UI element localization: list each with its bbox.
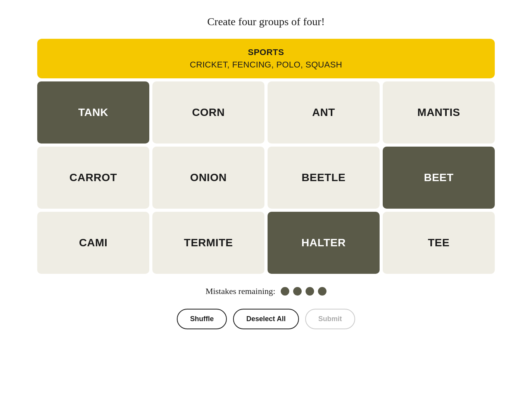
tile-beet[interactable]: BEET bbox=[383, 147, 495, 209]
tile-beetle[interactable]: BEETLE bbox=[268, 147, 380, 209]
tile-tank[interactable]: TANK bbox=[37, 81, 149, 144]
submit-button[interactable]: Submit bbox=[305, 309, 355, 329]
mistake-dot bbox=[281, 287, 289, 296]
tile-onion[interactable]: ONION bbox=[152, 147, 264, 209]
tile-cami[interactable]: CAMI bbox=[37, 212, 149, 274]
grid-wrapper: SPORTSCRICKET, FENCING, POLO, SQUASH TAN… bbox=[37, 39, 495, 274]
buttons-row: Shuffle Deselect All Submit bbox=[177, 309, 355, 329]
solved-rows: SPORTSCRICKET, FENCING, POLO, SQUASH bbox=[37, 39, 495, 78]
shuffle-button[interactable]: Shuffle bbox=[177, 309, 227, 329]
mistakes-dots bbox=[281, 287, 326, 296]
solved-category-name: SPORTS bbox=[45, 47, 487, 57]
tile-halter[interactable]: HALTER bbox=[268, 212, 380, 274]
tile-tee[interactable]: TEE bbox=[383, 212, 495, 274]
mistake-dot bbox=[293, 287, 302, 296]
solved-row: SPORTSCRICKET, FENCING, POLO, SQUASH bbox=[37, 39, 495, 78]
solved-category-items: CRICKET, FENCING, POLO, SQUASH bbox=[45, 60, 487, 70]
mistakes-label: Mistakes remaining: bbox=[206, 286, 275, 296]
tile-corn[interactable]: CORN bbox=[152, 81, 264, 144]
deselect-all-button[interactable]: Deselect All bbox=[233, 309, 299, 329]
tile-mantis[interactable]: MANTIS bbox=[383, 81, 495, 144]
tiles-grid: TANKCORNANTMANTISCARROTONIONBEETLEBEETCA… bbox=[37, 81, 495, 274]
mistake-dot bbox=[306, 287, 314, 296]
mistake-dot bbox=[318, 287, 326, 296]
tile-carrot[interactable]: CARROT bbox=[37, 147, 149, 209]
mistakes-row: Mistakes remaining: bbox=[206, 286, 326, 296]
instructions-text: Create four groups of four! bbox=[207, 16, 325, 28]
game-container: Create four groups of four! SPORTSCRICKE… bbox=[37, 16, 495, 329]
tile-termite[interactable]: TERMITE bbox=[152, 212, 264, 274]
tile-ant[interactable]: ANT bbox=[268, 81, 380, 144]
